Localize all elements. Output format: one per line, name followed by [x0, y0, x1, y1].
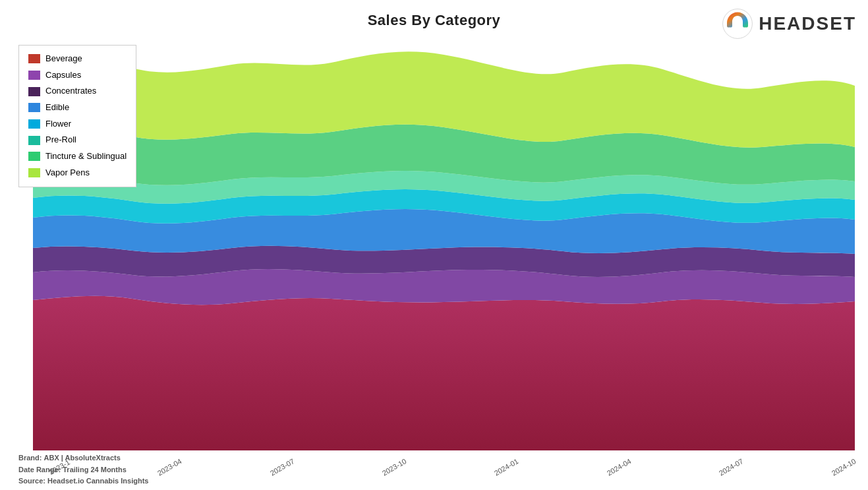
logo: HEADSET — [722, 8, 856, 40]
legend-item-edible: Edible — [28, 100, 127, 116]
legend-label-1: Capsules — [45, 67, 81, 84]
legend-color-5 — [28, 136, 40, 145]
legend-item-tincture-&-sublingual: Tincture & Sublingual — [28, 148, 127, 165]
legend: BeverageCapsulesConcentratesEdibleFlower… — [18, 45, 136, 187]
date-value: Trailing 24 Months — [63, 466, 127, 474]
legend-label-0: Beverage — [45, 51, 82, 67]
legend-item-capsules: Capsules — [28, 67, 127, 84]
headset-logo-icon — [722, 8, 753, 40]
legend-label-6: Tincture & Sublingual — [45, 148, 127, 165]
legend-item-concentrates: Concentrates — [28, 83, 127, 100]
x-label-2: 2023-07 — [268, 457, 295, 477]
brand-label: Brand: — [18, 454, 42, 462]
x-label-1: 2023-04 — [156, 457, 183, 477]
legend-color-2 — [28, 87, 40, 96]
legend-color-7 — [28, 168, 40, 177]
brand-value: ABX | AbsoluteXtracts — [44, 454, 121, 462]
x-label-5: 2024-04 — [606, 457, 633, 477]
legend-label-3: Edible — [45, 100, 69, 116]
legend-item-beverage: Beverage — [28, 51, 127, 67]
source-label: Source: — [18, 477, 45, 485]
source-value: Headset.io Cannabis Insights — [47, 477, 148, 485]
legend-color-0 — [28, 54, 40, 63]
legend-color-6 — [28, 152, 40, 161]
legend-label-4: Flower — [45, 116, 71, 133]
legend-color-4 — [28, 119, 40, 129]
area-chart-svg — [33, 43, 855, 450]
legend-item-flower: Flower — [28, 116, 127, 133]
date-label: Date Range: — [18, 466, 61, 474]
x-label-4: 2024-01 — [493, 457, 520, 477]
legend-item-pre-roll: Pre-Roll — [28, 132, 127, 148]
legend-color-1 — [28, 71, 40, 80]
legend-label-7: Vapor Pens — [45, 165, 90, 181]
legend-color-3 — [28, 103, 40, 112]
area-beverage — [33, 296, 855, 450]
x-label-6: 2024-07 — [718, 457, 745, 477]
legend-label-5: Pre-Roll — [45, 132, 76, 148]
x-label-3: 2023-10 — [381, 457, 408, 477]
logo-text: HEADSET — [759, 13, 856, 34]
footer-info: Brand: ABX | AbsoluteXtracts Date Range:… — [18, 452, 148, 487]
legend-item-vapor-pens: Vapor Pens — [28, 165, 127, 181]
x-axis-labels: 2023-12023-042023-072023-102024-012024-0… — [46, 464, 855, 472]
chart-area — [33, 43, 855, 450]
x-label-7: 2024-10 — [830, 457, 857, 477]
chart-container: Sales By Category HEADSET BeverageCapsul… — [0, 0, 868, 490]
legend-label-2: Concentrates — [45, 83, 96, 100]
